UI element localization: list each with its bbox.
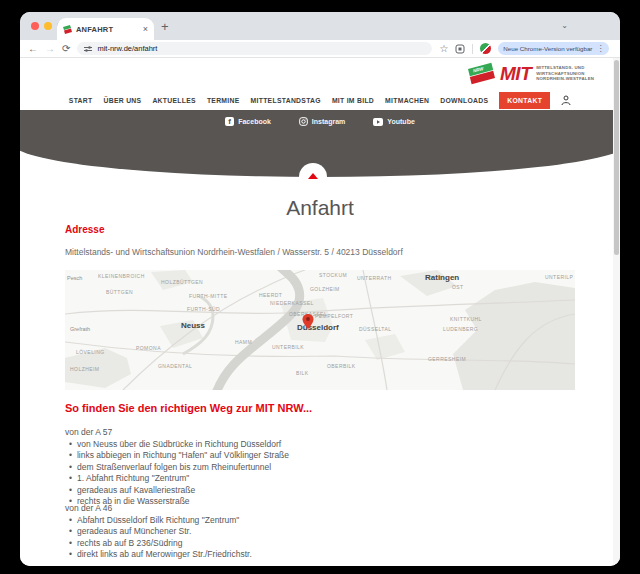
tab-favicon	[63, 25, 72, 34]
map-label: Ratingen	[425, 273, 459, 282]
profile-avatar[interactable]	[480, 43, 491, 54]
route-step: Abfahrt Düsseldorf Bilk Richtung "Zentru…	[69, 515, 252, 526]
route-step: direkt links ab auf Merowinger Str./Frie…	[69, 549, 252, 560]
nav-item-termine[interactable]: TERMINE	[207, 97, 240, 104]
facebook-link[interactable]: f Facebook	[225, 117, 271, 126]
nav-item-mit-im-bild[interactable]: MIT IM BILD	[332, 97, 374, 104]
map-label: HOLZBÜTTGEN	[161, 279, 203, 285]
browser-window: ANFAHRT × + ⌄ ← → ⟳ mit-nrw.de/anfahrt ☆…	[20, 12, 620, 566]
route-step: rechts ab auf B 236/Südring	[69, 538, 252, 549]
scrollbar-track[interactable]	[613, 58, 620, 566]
directions-heading: So finden Sie den richtigen Weg zur MIT …	[65, 402, 312, 414]
route-step: links abbiegen in Richtung "Hafen" auf V…	[69, 450, 289, 461]
url-text[interactable]: mit-nrw.de/anfahrt	[97, 44, 157, 53]
facebook-icon: f	[225, 117, 234, 126]
scroll-marker-circle[interactable]	[299, 163, 327, 191]
chrome-update-chip[interactable]: Neue Chrome-Version verfügbar ⋮	[498, 42, 609, 55]
logo-subtitle: MITTELSTANDS- UND WIRTSCHAFTSUNION NORDR…	[536, 65, 594, 82]
map-label: GERRESHEIM	[428, 356, 466, 362]
route-step: 1. Abfahrt Richtung "Zentrum"	[69, 473, 289, 484]
map-label: NIEDERKASSEL	[270, 300, 314, 306]
site-header: NRW MIT MITTELSTANDS- UND WIRTSCHAFTSUNI…	[20, 58, 620, 88]
address-line: Mittelstands- und Wirtschaftsunion Nordr…	[65, 247, 403, 257]
route-step: dem Straßenverlauf folgen bis zum Rheinu…	[69, 462, 289, 473]
tab-strip: ANFAHRT × + ⌄	[20, 12, 620, 40]
browser-menu-icon[interactable]: ⋮	[596, 45, 604, 53]
url-bar[interactable]: mit-nrw.de/anfahrt	[77, 42, 432, 55]
map[interactable]: Pesch KLEINENBROICH HOLZBÜTTGEN BÜTTGEN …	[65, 270, 575, 390]
map-label: LUDENBERG	[443, 326, 478, 332]
social-links: f Facebook Instagram Yout	[20, 117, 620, 126]
route-a57-title: von der A 57	[65, 427, 112, 437]
chrome-update-label: Neue Chrome-Version verfügbar	[503, 45, 592, 52]
map-label: Grefrath	[70, 326, 90, 332]
map-label: LÖVELING	[76, 349, 105, 355]
map-label: KNITTKUHL	[450, 316, 482, 322]
map-label: POMONA	[136, 345, 161, 351]
user-icon[interactable]	[561, 95, 571, 105]
map-pin-icon[interactable]	[302, 314, 314, 329]
youtube-link[interactable]: Youtube	[373, 117, 414, 126]
nav-item-mitmachen[interactable]: MITMACHEN	[385, 97, 429, 104]
instagram-link[interactable]: Instagram	[299, 117, 345, 126]
map-label: BÜTTGEN	[106, 289, 133, 295]
browser-tab[interactable]: ANFAHRT ×	[57, 18, 154, 40]
map-label: UNTERILP	[545, 274, 573, 280]
map-label: HEERDT	[259, 292, 282, 298]
map-label: FURTH-SÜD	[187, 306, 220, 312]
logo-mit-text: MIT	[500, 63, 531, 85]
minimize-window-button[interactable]	[44, 22, 52, 30]
map-label: BILK	[296, 370, 309, 376]
map-label: FURTH-MITTE	[189, 293, 227, 299]
map-label: UNTERBILK	[272, 344, 304, 350]
page-title: Anfahrt	[20, 196, 620, 220]
arrow-up-icon	[308, 173, 318, 179]
route-a57-steps: von Neuss über die Südbrücke in Richtung…	[69, 439, 289, 507]
toolbar-divider	[472, 44, 473, 54]
youtube-icon	[373, 118, 383, 126]
site-controls-icon[interactable]	[84, 45, 92, 53]
map-label: PEMPELFORT	[315, 313, 353, 319]
tab-title: ANFAHRT	[76, 25, 139, 34]
forward-icon[interactable]: →	[45, 44, 55, 54]
nav-item-aktuelles[interactable]: AKTUELLES	[152, 97, 195, 104]
new-tab-button[interactable]: +	[161, 20, 169, 33]
map-label: STOCKUM	[319, 272, 347, 278]
map-label: HOLZHEIM	[70, 366, 99, 372]
nav-item-mittelstandstag[interactable]: MITTELSTANDSTAG	[251, 97, 321, 104]
nrw-emblem-icon: NRW	[468, 62, 495, 85]
map-label: UNTERRATH	[357, 275, 392, 281]
nav-item-kontakt[interactable]: KONTAKT	[499, 92, 550, 109]
instagram-icon	[299, 117, 308, 126]
route-step: geradeaus auf Kavalleriestraße	[69, 485, 289, 496]
map-label: Pesch	[67, 275, 82, 281]
extensions-icon[interactable]	[455, 44, 465, 54]
reload-icon[interactable]: ⟳	[62, 44, 70, 54]
route-step: geradeaus auf Münchener Str.	[69, 526, 252, 537]
tab-close-icon[interactable]: ×	[143, 25, 148, 34]
route-step: von Neuss über die Südbrücke in Richtung…	[69, 439, 289, 450]
nav-item-ueber-uns[interactable]: ÜBER UNS	[103, 97, 141, 104]
nav-item-downloads[interactable]: DOWNLOADS	[440, 97, 488, 104]
scrollbar-thumb[interactable]	[614, 60, 619, 255]
map-label: Neuss	[181, 321, 205, 330]
chevron-down-icon[interactable]: ⌄	[561, 21, 568, 30]
map-label: KLEINENBROICH	[98, 273, 145, 279]
nav-item-start[interactable]: START	[69, 97, 93, 104]
map-label: GNADENTAL	[158, 363, 192, 369]
browser-toolbar: ← → ⟳ mit-nrw.de/anfahrt ☆ Neue Chrome-V…	[20, 40, 620, 58]
route-a46-title: von der A 46	[65, 503, 112, 513]
map-label: GOLZHEIM	[310, 286, 340, 292]
map-label: HAMM	[235, 339, 252, 345]
back-icon[interactable]: ←	[28, 44, 38, 54]
main-navigation: START ÜBER UNS AKTUELLES TERMINE MITTELS…	[20, 88, 620, 112]
map-label: DÜSSELTAL	[359, 326, 392, 332]
page-viewport: NRW MIT MITTELSTANDS- UND WIRTSCHAFTSUNI…	[20, 58, 620, 566]
map-label: OST	[452, 284, 464, 290]
close-window-button[interactable]	[31, 22, 39, 30]
address-heading: Adresse	[65, 224, 104, 235]
mit-nrw-logo[interactable]: NRW MIT MITTELSTANDS- UND WIRTSCHAFTSUNI…	[468, 62, 594, 85]
route-a46-steps: Abfahrt Düsseldorf Bilk Richtung "Zentru…	[69, 515, 252, 561]
bookmark-star-icon[interactable]: ☆	[439, 44, 448, 54]
map-label: OBERBILK	[327, 363, 356, 369]
